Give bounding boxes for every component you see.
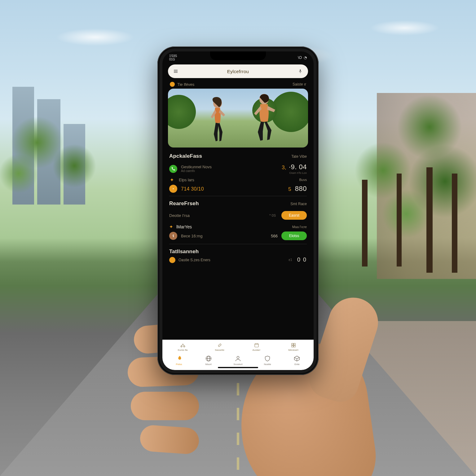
action-mid-value: * 0S: [269, 214, 276, 217]
tab-strip: Eures fla Sassetie Austarr: [162, 340, 314, 353]
svg-rect-16: [293, 346, 295, 347]
phone-notch: [210, 51, 266, 60]
tab-item-3[interactable]: Austarr: [238, 342, 275, 351]
tab-label: Eures fla: [178, 349, 188, 351]
svg-rect-14: [293, 343, 295, 345]
svg-point-6: [173, 188, 174, 189]
start-button[interactable]: Easrst: [281, 211, 307, 220]
background-scene: 1'03S 01G \O ◔ Eylcefrrou: [0, 0, 476, 476]
partial-mid: ɛ1: [289, 258, 292, 262]
grid-icon: [290, 342, 297, 348]
nav-item-3[interactable]: Scoslort: [223, 355, 253, 366]
partial-row[interactable]: Oastle S.zes Eners ɛ1 0 0: [162, 255, 314, 263]
divider: [169, 196, 307, 196]
metric-value: 880: [295, 185, 307, 193]
nav-label: Msort: [205, 363, 212, 366]
globe-icon: [205, 355, 212, 362]
link-icon: [217, 342, 223, 348]
nav-item-4[interactable]: Nostte: [253, 355, 282, 366]
section-title: ReareFrseh: [169, 201, 199, 207]
metric-row-1[interactable]: Gestkunnel Novs Ad caenfıı 3, ·9. 04 Oıa…: [162, 161, 314, 176]
phone-frame: 1'03S 01G \O ◔ Eylcefrrou: [157, 46, 319, 375]
metric-row-2b[interactable]: 714 30/10 5 880: [162, 185, 314, 195]
tab-label: Sassetie: [215, 349, 224, 351]
nav-item-5[interactable]: Ente: [282, 355, 312, 366]
nav-label: Scoslort: [234, 363, 243, 366]
tab-item-2[interactable]: Sassetie: [201, 342, 238, 351]
run-icon: [169, 232, 177, 240]
status-signal-icon: \O: [298, 55, 302, 60]
metric-value: ·9. 04: [289, 163, 307, 171]
partial-value: 0 0: [297, 257, 307, 263]
mic-icon[interactable]: [297, 68, 304, 75]
section-link[interactable]: Tate Vibe: [291, 154, 307, 159]
section-header-2: ReareFrseh Smt Race: [162, 197, 314, 209]
category-dot-icon: [170, 82, 175, 87]
nav-label: Nostte: [264, 363, 271, 366]
category-right-label[interactable]: Saiste ır: [293, 82, 306, 86]
metric-label: Gestkunnel Novs: [181, 165, 278, 170]
nav-label: Ente: [294, 363, 299, 366]
user-icon: [234, 355, 242, 362]
runner-illustration-2: [245, 92, 286, 142]
metric-sublabel: Ad caenfıı: [181, 169, 278, 173]
record-button[interactable]: Elotss: [281, 231, 307, 240]
menu-icon[interactable]: [172, 68, 179, 75]
section-title: Tatllsanneh: [169, 249, 199, 255]
category-label: Tie lféves: [177, 82, 194, 87]
box-icon: [293, 355, 301, 362]
action-label: Bece 16:mg: [181, 234, 267, 238]
svg-rect-15: [292, 346, 293, 347]
sparkle-icon: ✦: [169, 224, 173, 230]
action-mid-value: 566: [271, 234, 278, 238]
svg-rect-3: [300, 69, 301, 72]
divider: [169, 244, 307, 244]
dot-icon: [169, 257, 175, 263]
home-indicator[interactable]: [218, 367, 258, 368]
metric-unit: Buvs: [299, 178, 307, 182]
metric-big-value: 714 30/10: [181, 186, 284, 192]
tab-item-1[interactable]: Eures fla: [164, 342, 201, 351]
flame-icon: [175, 355, 183, 362]
metric-label: Elps lars: [179, 178, 296, 183]
tab-item-4[interactable]: Mécksert: [275, 342, 312, 351]
metric-row-2[interactable]: ✦ Elps lars Buvs: [162, 176, 314, 185]
svg-point-20: [237, 356, 239, 359]
bike-icon: [180, 342, 186, 348]
status-time-1: 1'03S: [169, 54, 177, 58]
section-header-3: Tatllsanneh: [162, 245, 314, 255]
metric-value-prefix: 3,: [282, 165, 286, 170]
nav-label: Petss: [176, 363, 182, 366]
section-header-1: ApckaleFass Tate Vibe: [162, 150, 314, 161]
sparkle-icon: ✦: [169, 177, 175, 183]
partial-label: Oastle S.zes Eners: [178, 258, 285, 262]
runner-illustration-1: [202, 95, 236, 142]
tab-label: Mécksert: [288, 349, 298, 351]
action-row-1: Deotte I'rsa * 0S Easrst: [162, 209, 314, 222]
svg-rect-9: [255, 344, 258, 347]
calendar-icon: [253, 342, 260, 348]
status-battery-icon: ◔: [304, 55, 307, 60]
status-time-2: 01G: [169, 58, 175, 61]
badge-row-title: lMarYes: [176, 224, 289, 229]
shield-icon: [264, 355, 271, 362]
action-row-2: Bece 16:mg 566 Elotss: [162, 230, 314, 243]
search-bar[interactable]: Eylcefrrou: [168, 64, 308, 78]
badge-row-side: Maa l'ıcre: [292, 225, 307, 229]
nav-item-2[interactable]: Msort: [194, 355, 223, 366]
section-link[interactable]: Smt Race: [290, 202, 307, 206]
badge-row[interactable]: ✦ lMarYes Maa l'ıcre: [162, 222, 314, 230]
search-placeholder: Eylcefrrou: [182, 69, 294, 74]
section-title: ApckaleFass: [169, 153, 202, 159]
phone-icon: [169, 165, 177, 173]
category-row: Tie lféves Saiste ır: [162, 81, 314, 89]
metric-value-small: 5: [288, 186, 291, 192]
tab-label: Austarr: [253, 349, 261, 351]
nav-item-home[interactable]: Petss: [164, 355, 194, 366]
svg-rect-13: [292, 343, 293, 345]
metric-caption: Oıaın nTo Loıı: [289, 171, 307, 174]
activity-icon: [169, 185, 177, 193]
action-label: Deotte I'rsa: [169, 213, 266, 218]
hero-card[interactable]: [168, 89, 308, 148]
phone-screen: 1'03S 01G \O ◔ Eylcefrrou: [162, 51, 314, 370]
